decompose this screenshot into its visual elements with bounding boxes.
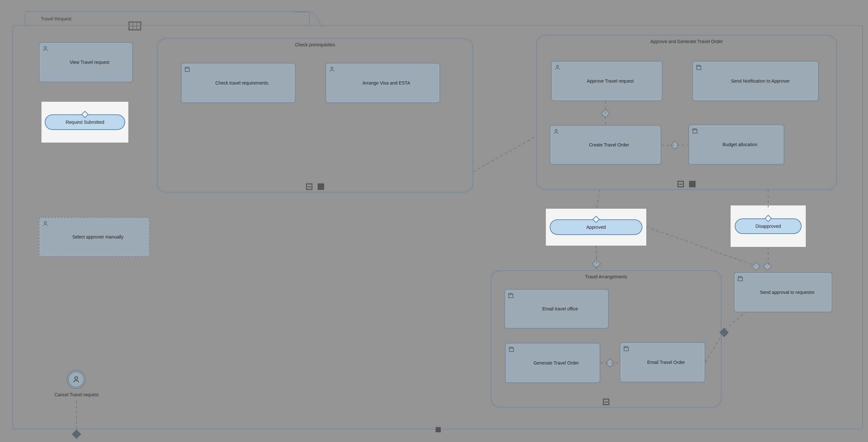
script-icon [184,66,191,72]
milestone-disapproved-wrap[interactable]: Disapproved [731,206,806,247]
process-title: Travel Request [41,16,71,21]
task-create-travel-order[interactable]: Create Travel Order [550,125,661,165]
task-label: Create Travel Order [589,142,629,148]
subprocess-approve-generate[interactable]: Approve and Generate Travel Order [536,35,837,190]
diamond-icon [765,215,772,222]
task-label: View Travel request [70,60,110,65]
subprocess-title: Travel Arrangements [491,271,721,279]
user-icon [554,64,561,71]
task-label: Email Travel Order [647,360,685,365]
collapse-icon[interactable] [603,399,609,405]
collapse-icon[interactable] [306,183,312,190]
script-icon [508,346,515,353]
subprocess-markers [677,181,695,187]
adhoc-marker-icon [318,183,324,190]
task-view-travel-request[interactable]: View Travel request [39,42,133,82]
milestone-disapproved[interactable]: Disapproved [735,218,802,234]
script-icon [695,64,702,71]
script-icon [692,128,698,134]
script-icon [507,292,514,299]
task-label: Send approval to requestor [760,290,815,295]
script-icon [737,276,744,282]
task-email-travel-office[interactable]: Email travel office [504,289,609,328]
diamond-icon [81,111,89,118]
subprocess-check-prerequisites[interactable]: Check prerequisites [157,38,473,192]
milestone-approved-wrap[interactable]: Approved [546,209,646,246]
task-select-approver-manually[interactable]: Select approver manually [39,217,150,257]
task-label: Generate Travel Order [533,360,579,366]
user-icon [553,128,559,135]
task-label: Email travel office [542,306,578,311]
adhoc-cancel-travel-request[interactable] [67,370,86,389]
task-label: Check travel requirements [215,81,268,86]
task-label: Select approver manually [72,234,123,240]
subprocess-markers [603,399,609,405]
process-title-tab: Travel Request [25,11,310,26]
adhoc-label: Cancel Travel request [41,392,112,397]
task-send-notification-approver[interactable]: Send Notification to Approver [692,61,819,101]
task-generate-travel-order[interactable]: Generate Travel Order [505,343,600,383]
subprocess-markers [306,183,324,190]
collapse-icon[interactable] [677,181,684,187]
task-label: Send Notification to Approver [731,78,789,84]
task-budget-allocation[interactable]: Budget allocation [688,124,784,165]
diamond-icon [592,216,600,223]
task-label: Arrange Visa and ESTA [362,81,410,86]
workflow-canvas[interactable]: Travel Request View Travel request Reque… [0,0,868,442]
task-approve-travel-request[interactable]: Approve Travel request [551,61,662,101]
milestone-request-submitted-wrap[interactable]: Request Submitted [41,102,128,143]
milestone-label: Disapproved [755,224,781,229]
subprocess-title: Approve and Generate Travel Order [537,36,836,44]
task-arrange-visa-esta[interactable]: Arrange Visa and ESTA [326,63,440,103]
task-label: Approve Travel request [587,78,634,84]
script-icon [623,345,629,352]
task-send-approval-requestor[interactable]: Send approval to requestor [734,272,832,312]
gateway-solid-icon [72,430,81,439]
user-icon [42,220,49,227]
subprocess-title: Check prerequisites [157,39,472,47]
user-icon [42,45,49,52]
task-label: Budget allocation [722,142,757,147]
task-check-travel-requirements[interactable]: Check travel requirements [181,63,296,103]
milestone-label: Approved [586,225,606,230]
resize-handle[interactable] [436,427,441,432]
milestone-label: Request Submitted [65,120,104,125]
milestone-request-submitted[interactable]: Request Submitted [45,115,125,130]
task-email-travel-order[interactable]: Email Travel Order [620,342,705,382]
user-icon [329,66,335,72]
milestone-approved[interactable]: Approved [550,219,643,235]
adhoc-marker-icon [689,181,695,187]
